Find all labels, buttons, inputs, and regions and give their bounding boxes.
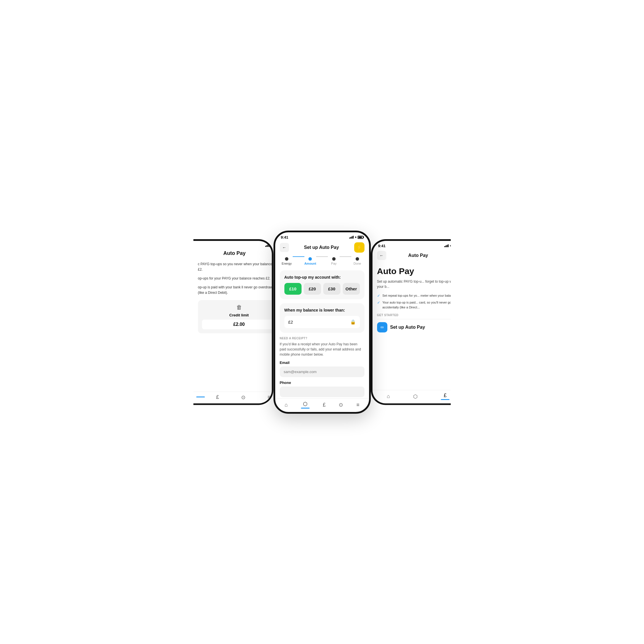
nav-header-center: ← Set up Auto Pay ⚡ (275, 241, 369, 255)
autopay-btn-icon: ∞ (377, 322, 387, 332)
autopay-heading: Auto Pay (377, 266, 451, 276)
lightning-icon: ⚡ (356, 245, 362, 250)
left-body-2: op-ups for your PAYG your balance reache… (198, 276, 274, 281)
receipt-label: NEED A RECEIPT? (280, 337, 364, 340)
email-input[interactable] (280, 366, 364, 377)
home-icon-right: ⌂ (387, 393, 390, 399)
nav-header-left: Auto Pay (193, 249, 274, 259)
status-time-center: 9:41 (281, 235, 288, 239)
wifi-icon-right: ⌖ (450, 244, 451, 248)
check-text-1: Set repeat top-ups for yo... meter when … (383, 293, 451, 298)
nav-activity-center[interactable]: ⬡ (301, 401, 310, 409)
battery-icon-center (358, 236, 363, 239)
right-phone: 9:41 ⌖ ← Auto Pay (371, 239, 451, 405)
divider-right (377, 319, 451, 319)
step-label-amount: Amount (304, 262, 316, 265)
connector-3 (340, 256, 351, 257)
checkmark-2: ✓ (377, 300, 380, 305)
phone-label: Phone (280, 381, 364, 385)
action-button-center[interactable]: ⚡ (354, 242, 364, 253)
amount-10[interactable]: £10 (284, 283, 302, 295)
right-nav-title: Auto Pay (408, 253, 428, 258)
step-amount: Amount (304, 257, 316, 265)
amount-30[interactable]: £30 (323, 283, 340, 295)
nav-menu-center[interactable]: ≡ (356, 402, 360, 408)
check-item-2: ✓ Your auto top-up is paid... card, so y… (377, 300, 451, 310)
left-body-3: op-up is paid with your bank ll never go… (198, 285, 274, 296)
status-icons-left: ⌖ (265, 244, 274, 247)
amount-other[interactable]: Other (343, 283, 360, 295)
nav-home-right[interactable]: ⌂ (387, 393, 390, 399)
center-phone: 9:41 ⌖ ← Set up Auto Pay (274, 231, 371, 414)
nav-help-center[interactable]: ⊙ (339, 402, 343, 408)
signal-icon-left (265, 244, 270, 247)
step-done: Done (351, 257, 363, 265)
credit-card: 🗑 Credit limit £2.00 (198, 300, 274, 333)
step-dot-amount (308, 257, 312, 261)
nav-item-balance-left[interactable]: £ (205, 394, 231, 400)
status-bar-center: 9:41 ⌖ (275, 232, 369, 241)
balance-card: When my balance is lower than: £2 🔒 (280, 303, 364, 333)
trash-icon: 🗑 (202, 304, 274, 311)
amount-20[interactable]: £20 (304, 283, 321, 295)
nav-home-center[interactable]: ⌂ (285, 402, 288, 408)
check-text-2: Your auto top-up is paid... card, so you… (383, 300, 451, 310)
nav-item-menu-left[interactable]: ≡ (256, 394, 274, 400)
activity-icon-center: ⬡ (303, 401, 308, 407)
nav-balance-center[interactable]: £ (323, 402, 326, 408)
credit-label: Credit limit (202, 313, 274, 317)
setup-autopay-button[interactable]: ∞ Set up Auto Pay (377, 322, 451, 332)
nav-balance-right[interactable]: £ (441, 393, 449, 401)
wifi-icon-left: ⌖ (271, 244, 272, 247)
step-pay: Pay (328, 257, 340, 265)
lock-icon: 🔒 (350, 319, 356, 325)
activity-icon-right: ⬡ (413, 393, 418, 400)
autopay-description: Set up automatic PAYG top-u... forget to… (377, 279, 451, 289)
balance-icon-right: £ (444, 393, 447, 399)
bottom-nav-left: £ ⊙ ≡ (193, 392, 274, 403)
nav-item-help-left[interactable]: ⊙ (231, 394, 256, 401)
left-nav-title: Auto Pay (223, 250, 245, 256)
help-icon-center: ⊙ (339, 402, 343, 408)
back-button-center[interactable]: ← (280, 243, 289, 252)
wifi-icon-center: ⌖ (355, 235, 356, 239)
help-icon-left: ⊙ (241, 394, 245, 401)
amount-options: £10 £20 £30 Other (284, 283, 360, 295)
receipt-desc: If you'd like a receipt when your Auto P… (280, 342, 364, 357)
bottom-nav-right: ⌂ ⬡ £ (372, 390, 451, 403)
credit-value: £2.00 (202, 320, 274, 329)
auto-topup-title: Auto top-up my account with: (284, 275, 360, 280)
status-time-right: 9:41 (378, 244, 386, 248)
left-content: c PAYG top-ups so you never when your ba… (193, 259, 274, 392)
checkmark-1: ✓ (377, 294, 380, 298)
progress-steps: Energy Amount Pay (275, 255, 369, 267)
setup-autopay-label: Set up Auto Pay (390, 325, 425, 330)
tab-indicator-right (441, 399, 449, 400)
status-icons-right: ⌖ (444, 244, 451, 248)
balance-value: £2 (288, 320, 293, 324)
status-icons-center: ⌖ (349, 235, 363, 239)
connector-1 (293, 256, 304, 257)
email-label: Email (280, 360, 364, 365)
menu-icon-left: ≡ (267, 394, 271, 400)
check-item-1: ✓ Set repeat top-ups for yo... meter whe… (377, 293, 451, 298)
nav-activity-right[interactable]: ⬡ (413, 393, 418, 400)
connector-2 (316, 256, 328, 257)
nav-header-right: ← Auto Pay (372, 249, 451, 262)
step-dot-pay (332, 257, 336, 261)
back-button-right[interactable]: ← (377, 251, 386, 260)
tab-indicator-center (301, 408, 310, 409)
receipt-section: NEED A RECEIPT? If you'd like a receipt … (280, 337, 364, 398)
back-arrow-right: ← (380, 253, 384, 258)
phone-input[interactable] (280, 387, 364, 397)
balance-title: When my balance is lower than: (284, 308, 360, 312)
step-label-pay: Pay (331, 262, 336, 265)
menu-icon-center: ≡ (356, 402, 360, 408)
right-content: Auto Pay Set up automatic PAYG top-u... … (372, 262, 451, 390)
auto-topup-card: Auto top-up my account with: £10 £20 £30… (280, 270, 364, 299)
status-bar-right: 9:41 ⌖ (372, 241, 451, 249)
step-energy: Energy (281, 257, 293, 265)
balance-input-row: £2 🔒 (284, 316, 360, 328)
back-arrow-center: ← (282, 245, 286, 250)
left-phone: ⌖ Auto Pay c PAYG top-ups so you never w… (193, 239, 274, 405)
